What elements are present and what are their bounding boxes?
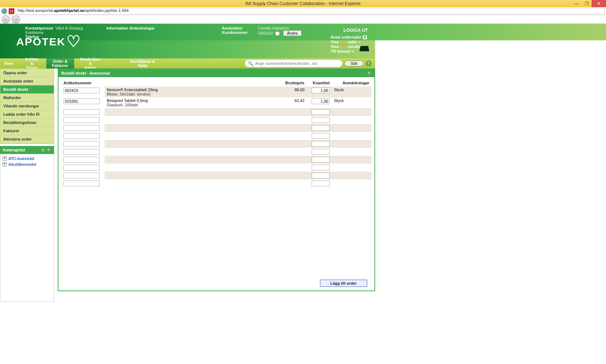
tab-hem[interactable]: Hem [0,58,18,68]
andra-button[interactable]: Ändra [283,30,302,36]
orderrader-label: Antal orderrader [330,35,361,39]
url-prefix: http://test.aomportal. [18,8,54,13]
unit-value [332,156,372,164]
close-button[interactable]: ✕ [592,0,606,7]
table-row: Nexium® Enterotablett 20mgBlister, 50x1t… [61,86,372,97]
help-icon[interactable]: ? [366,61,372,66]
artikelnummer-input[interactable] [63,157,100,163]
kvantitet-input[interactable] [312,181,330,186]
url-suffix: /apht/index.jsp#idx-1-564 [84,8,129,13]
unit-value [332,108,372,116]
bruttopris-value [278,140,307,148]
sidebar-item-avslutade-order[interactable]: Avslutade order [0,77,54,85]
heart-icon [66,36,82,49]
artikelnummer-input[interactable] [63,181,100,186]
kvantitet-input[interactable] [312,117,330,123]
minimize-button[interactable]: — [571,0,581,7]
bruttopris-value [278,164,307,172]
artikelnummer-input[interactable] [63,125,100,131]
sidebar-item-vilande-varukorgar[interactable]: Vilande varukorgar [0,102,54,110]
unit-value [332,132,372,140]
cart-icon[interactable] [359,46,369,51]
sidebar-item-mallorder[interactable]: Mallorder [0,94,54,102]
order-table: Artikelnummer Bruttopris Kvantitet Anmär… [61,79,372,187]
sidebar-item-ladda-order-från-fil[interactable]: Ladda order från fil [0,110,54,119]
col-bruttopris: Bruttopris [278,79,307,86]
forward-button[interactable]: → [12,15,20,23]
main-area: Beställ direkt - Avancerad ? Artikelnumm… [54,68,375,302]
site-icon: I I [9,8,14,14]
search-button[interactable]: Sök [344,61,364,66]
katalog-title: Katalogträd [3,148,25,152]
kvantitet-input[interactable] [312,98,330,104]
kvantitet-input[interactable] [312,133,330,139]
kvantitet-input[interactable] [312,157,330,163]
kvantitet-input[interactable] [312,125,330,131]
artikelnummer-input[interactable] [63,109,100,115]
visa-rader-link[interactable]: Visa/Dölj rader » [330,40,361,44]
information-label: Information [106,26,128,30]
kvantitet-input[interactable] [312,173,330,178]
bruttopris-value [278,124,307,132]
browser-nav-row: ← → [0,15,606,24]
product-package: Blister, 50x1tabl. (endos) [107,92,276,96]
table-row [61,164,372,172]
katalog-help-icon[interactable]: ? [46,147,51,152]
bruttopris-value [278,132,307,140]
logout-link[interactable]: LOGGA UT [343,27,368,33]
search-input[interactable] [255,61,339,66]
table-row [61,148,372,156]
orderrader-count: 0 [363,35,367,39]
kvantitet-input[interactable] [312,109,330,115]
body-wrap: Öppna orderAvslutade orderBeställ direkt… [0,68,375,302]
tree-item-atc-kodsträd[interactable]: ATC-kodsträd [2,156,52,161]
table-row [61,179,372,187]
search-icon: 🔍 [248,61,254,66]
search-input-wrap: 🔍 [245,60,342,67]
table-row [61,172,372,179]
artikelnummer-input[interactable] [63,141,100,147]
artikelnummer-input[interactable] [63,173,100,178]
sidebar-item-beställningslistor[interactable]: Beställningslistor [0,119,54,127]
katalog-expand-icon[interactable]: ◻ [41,148,44,152]
sidebar-item-attestera-order[interactable]: Attestera order [0,135,54,143]
tab-kundtjanst-hjalp[interactable]: Kundtjänst &Hjälp [107,58,179,68]
table-row: Betapred Tablett 0,5mgGlasburk, 100tabl6… [61,97,372,108]
bruttopris-value [278,172,307,179]
katalog-header[interactable]: Katalogträd ◻ ? [0,146,54,154]
back-button[interactable]: ← [1,15,10,23]
sidebar-item-öppna-order[interactable]: Öppna order [0,69,54,77]
artikelnummer-input[interactable] [63,165,100,170]
panel-help-icon[interactable]: ? [366,71,372,76]
kvantitet-input[interactable] [312,165,330,170]
kvantitet-input[interactable] [312,141,330,147]
url-host: apotekhjartat.se [54,8,84,13]
add-to-order-button[interactable]: Lägg till order [320,280,367,287]
sidebar-item-beställ-direkt[interactable]: Beställ direkt [0,85,54,94]
tab-order-fakturor[interactable]: Order &Fakturor [46,58,74,68]
sidebar-item-fakturor[interactable]: Fakturor [0,127,54,135]
window-titlebar: IMI Supply Chain Customer Collaboration … [0,0,606,7]
kund-checkbox[interactable] [275,31,280,36]
kvantitet-input[interactable] [312,88,330,93]
tab-artiklar-priser[interactable]: Artiklar &Priser [18,58,46,68]
tree-item-akutläkemedel[interactable]: Akutläkemedel [2,161,52,167]
artikelnummer-input[interactable] [63,117,100,123]
url-field[interactable]: http://test.aomportal.apotekhjartat.se/a… [16,8,605,14]
artikelnummer-input[interactable] [63,98,100,104]
bruttopris-value [278,156,307,164]
kundnummer-label: Kundnummer [222,30,248,35]
artikelnummer-input[interactable] [63,149,100,155]
tab-anvandare-admin[interactable]: Användare &Admin [74,58,107,68]
kundnummer-value: ORE022 [258,31,273,35]
unit-value: Styck [332,97,372,108]
maximize-button[interactable]: ❐ [581,0,592,7]
artikelnummer-input[interactable] [63,133,100,139]
bruttopris-value [278,108,307,116]
artikelnummer-input[interactable] [63,88,100,93]
kvantitet-input[interactable] [312,149,330,155]
window-controls: — ❐ ✕ [571,0,606,7]
unit-value: Styck [332,86,372,97]
bruttopris-value: 62,42 [278,97,307,108]
till-kassan-link[interactable]: Till kassan » [330,49,354,53]
